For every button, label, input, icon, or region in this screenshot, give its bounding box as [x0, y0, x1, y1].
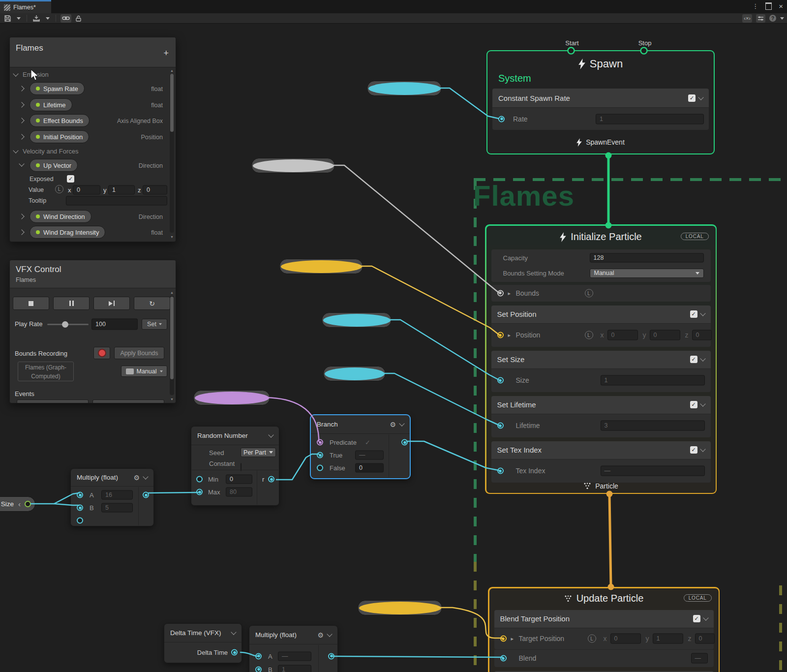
chevron-right-icon[interactable]: [19, 118, 24, 123]
scroll-up-icon[interactable]: ▲: [170, 69, 174, 72]
maximize-icon[interactable]: [765, 2, 772, 10]
chevron-right-icon[interactable]: [19, 229, 24, 235]
context-update-particle[interactable]: Update Particle LOCAL Blend Target Posit…: [488, 587, 720, 672]
chevron-down-icon[interactable]: [13, 148, 18, 153]
scroll-up-icon[interactable]: ▲: [170, 291, 174, 294]
bounds-mode-dropdown[interactable]: Manual: [121, 366, 167, 377]
save-dropdown-icon[interactable]: [15, 14, 22, 23]
onstop-button[interactable]: OnStop: [92, 399, 164, 403]
block-blend-target-position[interactable]: Blend Target Position: [494, 610, 714, 628]
property-pill[interactable]: Wind Drag Intensity: [30, 226, 105, 239]
block-set-lifetime[interactable]: Set Lifetime: [491, 396, 711, 414]
property-pill[interactable]: Initial Position: [30, 130, 89, 143]
branch-out-port[interactable]: [401, 439, 408, 446]
property-pill[interactable]: Lifetime: [30, 98, 72, 111]
block-set-position[interactable]: Set Position: [491, 305, 711, 323]
property-pill[interactable]: Wind Direction: [30, 210, 91, 223]
random-out-port[interactable]: [268, 476, 274, 483]
expand-icon[interactable]: [508, 332, 511, 338]
min-port[interactable]: [196, 476, 203, 483]
property-pill[interactable]: Up Vector: [30, 159, 78, 172]
step-button[interactable]: [93, 297, 130, 310]
expand-icon[interactable]: [511, 636, 514, 642]
chevron-down-icon[interactable]: [700, 446, 705, 452]
save-as-icon[interactable]: [31, 14, 41, 23]
seed-dropdown[interactable]: Per Part: [241, 448, 276, 457]
position-z-field[interactable]: 0: [692, 330, 712, 340]
node-branch[interactable]: Branch ⚙ Predicate ✓ True — False 0: [310, 414, 411, 479]
param-node-wind-direction[interactable]: Wind Direction: [358, 600, 442, 615]
param-out-port[interactable]: [371, 370, 377, 377]
chevron-right-icon[interactable]: [19, 102, 24, 107]
expand-icon[interactable]: [508, 290, 511, 296]
blackboard-scrollbar[interactable]: [170, 74, 174, 233]
node-delta-time[interactable]: Delta Time (VFX) Delta Time: [164, 623, 242, 663]
block-enabled-checkbox[interactable]: [688, 94, 696, 102]
toolbar-dropdown-icon[interactable]: [780, 17, 784, 20]
value-y-field[interactable]: 1: [108, 185, 135, 195]
code-view-icon[interactable]: ‹×›: [742, 14, 752, 23]
exposed-checkbox[interactable]: [67, 175, 74, 183]
param-out-port[interactable]: [257, 395, 263, 401]
value-z-field[interactable]: 0: [143, 185, 167, 195]
lock-icon[interactable]: [74, 14, 83, 23]
target-y-field[interactable]: 1: [653, 634, 683, 644]
block-set-tex-index[interactable]: Set Tex Index: [491, 441, 711, 459]
chevron-right-icon[interactable]: [19, 86, 24, 91]
gear-icon[interactable]: ⚙: [133, 474, 140, 482]
chevron-down-icon[interactable]: [698, 94, 703, 100]
true-port[interactable]: [317, 452, 323, 458]
set-button[interactable]: Set: [142, 319, 167, 330]
chevron-right-icon[interactable]: [19, 214, 24, 219]
node-random-number[interactable]: Random Number Seed Per Part Constant Min…: [191, 426, 279, 506]
gear-icon[interactable]: ⚙: [317, 631, 324, 639]
restart-button[interactable]: ↻: [134, 297, 170, 310]
param-node-initial-size[interactable]: Initial Size: [322, 312, 392, 328]
apply-bounds-button[interactable]: Apply Bounds: [114, 347, 164, 359]
blend-port[interactable]: [500, 655, 507, 662]
help-icon[interactable]: ?: [769, 15, 776, 22]
bounds-port[interactable]: [497, 290, 504, 296]
property-pill[interactable]: Spawn Rate: [30, 82, 85, 95]
local-space-icon[interactable]: L: [55, 185, 63, 193]
param-node-initial-position[interactable]: Initial Position: [279, 259, 363, 274]
false-field[interactable]: 0: [355, 463, 384, 473]
param-node-use-flipbook[interactable]: Use Flipbook: [193, 390, 270, 405]
input-a-field[interactable]: —: [278, 651, 311, 661]
block-constant-spawn-rate[interactable]: Constant Spawn Rate: [492, 89, 709, 107]
multiply2-b-port[interactable]: [255, 666, 262, 672]
position-y-field[interactable]: 0: [650, 330, 680, 340]
chevron-down-icon[interactable]: [231, 629, 236, 635]
chevron-down-icon[interactable]: [268, 432, 273, 437]
record-button[interactable]: [93, 347, 110, 359]
onplay-button[interactable]: OnPlay: [17, 399, 89, 403]
chevron-down-icon[interactable]: [13, 71, 18, 76]
tex-index-field[interactable]: —: [601, 466, 705, 476]
position-x-field[interactable]: 0: [607, 330, 638, 340]
chevron-down-icon[interactable]: [703, 615, 708, 620]
chevron-down-icon[interactable]: [19, 161, 24, 166]
value-x-field[interactable]: 0: [73, 185, 100, 195]
local-space-icon[interactable]: L: [585, 289, 593, 297]
predicate-port[interactable]: [317, 439, 323, 446]
play-rate-field[interactable]: 100: [91, 319, 138, 330]
lifetime-port[interactable]: [497, 423, 504, 429]
chevron-down-icon[interactable]: [700, 356, 705, 361]
multiply1-b-port[interactable]: [77, 505, 83, 511]
param-node-size-clipped[interactable]: Size: [0, 496, 35, 512]
false-port[interactable]: [317, 465, 323, 471]
chevron-down-icon[interactable]: [700, 310, 705, 316]
param-out-port[interactable]: [425, 605, 432, 611]
capacity-field[interactable]: 128: [590, 253, 704, 262]
node-multiply-2[interactable]: Multiply (float) ⚙ A — B 1: [249, 625, 338, 672]
local-space-icon[interactable]: L: [585, 331, 593, 339]
max-field[interactable]: 80: [226, 488, 252, 497]
param-out-port[interactable]: [25, 501, 31, 507]
save-icon[interactable]: [3, 14, 12, 23]
tooltip-field[interactable]: [66, 196, 167, 206]
stop-button[interactable]: [13, 297, 49, 310]
block-enabled-checkbox[interactable]: [690, 356, 697, 363]
lifetime-field[interactable]: 3: [601, 421, 705, 431]
slider-knob[interactable]: [62, 321, 68, 328]
close-icon[interactable]: ×: [779, 2, 783, 10]
